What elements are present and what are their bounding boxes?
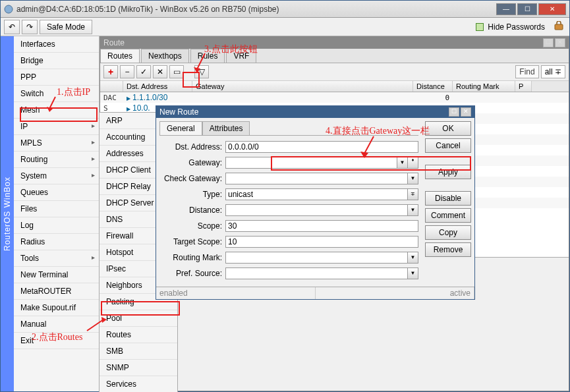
maximize-button[interactable]: ☐ [517,3,537,15]
col-routing-mark[interactable]: Routing Mark [453,81,515,92]
scope-select[interactable]: all ∓ [541,65,565,78]
menu-mpls[interactable]: MPLS [14,135,99,152]
enable-button[interactable]: ✓ [136,65,151,78]
type-dropdown[interactable]: ∓ [408,188,418,200]
add-button[interactable]: + [103,65,118,78]
gateway-input[interactable] [225,157,397,169]
routing-mark-dropdown[interactable]: ▼ [408,252,418,264]
menu-queues[interactable]: Queues [14,184,99,201]
submenu-services[interactable]: Services [100,376,177,392]
menu-metarouter[interactable]: MetaROUTER [14,283,99,300]
back-button[interactable]: ↶ [4,20,20,34]
new-route-maximize[interactable]: ☐ [449,107,459,117]
menu-routing[interactable]: Routing [14,152,99,168]
disable-button2[interactable]: ✕ [153,65,167,78]
tab-general[interactable]: General [159,121,202,135]
tab-vrf[interactable]: VRF [226,49,256,63]
menu-interfaces[interactable]: Interfaces [14,36,99,53]
body: RouterOS WinBox InterfacesBridgePPPSwitc… [1,36,569,391]
submenu-snmp[interactable]: SNMP [100,360,177,376]
minimize-button[interactable]: — [496,3,516,15]
menu-log[interactable]: Log [14,217,99,234]
menu-new-terminal[interactable]: New Terminal [14,267,99,283]
comment-button[interactable]: Comment [425,208,471,223]
menu-system[interactable]: System [14,168,99,184]
hide-passwords-checkbox[interactable] [476,23,484,31]
cancel-button[interactable]: Cancel [425,138,471,153]
find-button[interactable]: Find [515,65,538,78]
label-pref-source: Pref. Source: [159,269,225,278]
menu-mesh[interactable]: Mesh [14,102,99,119]
apply-button[interactable]: Apply [425,165,471,179]
close-button[interactable]: ✕ [538,3,566,15]
main-window: admin@D4:CA:6D:18:05:1D (MikroTik) - Win… [0,0,570,392]
menu-manual[interactable]: Manual [14,316,99,333]
table-row[interactable]: DAC▶1.1.1.0/300 [100,92,569,103]
menu-exit[interactable]: Exit [14,333,99,349]
label-dst-address: Dst. Address: [159,142,225,152]
label-target-scope: Target Scope: [159,237,225,246]
new-route-close[interactable]: ✕ [461,107,471,117]
new-route-titlebar: New Route ☐ ✕ [156,106,474,118]
menu-tools[interactable]: Tools [14,250,99,267]
distance-dropdown[interactable]: ▼ [408,204,418,216]
copy-button[interactable]: Copy [425,225,471,240]
col-gateway[interactable]: Gateway [192,81,413,92]
tab-routes[interactable]: Routes [100,49,140,63]
label-scope: Scope: [159,221,225,231]
filter-button[interactable]: ▽ [194,65,209,78]
menu-make-supout-rif[interactable]: Make Supout.rif [14,300,99,316]
col-p[interactable]: P [515,81,532,92]
submenu-routes[interactable]: Routes [100,327,177,343]
gateway-stepper[interactable]: ♦ [408,157,418,169]
menu-radius[interactable]: Radius [14,234,99,250]
table-header: Dst. Address Gateway Distance Routing Ma… [100,81,569,92]
ok-button[interactable]: OK [425,121,471,136]
hide-passwords-area: Hide Passwords [476,21,566,32]
check-gateway-dropdown[interactable]: ▼ [408,173,418,184]
type-input[interactable] [225,188,408,200]
pref-source-dropdown[interactable]: ▼ [408,267,418,279]
col-dst-address[interactable]: Dst. Address [123,81,192,92]
routes-close[interactable]: ✕ [555,38,565,47]
disable-button[interactable]: Disable [425,191,471,206]
remove-button2[interactable]: − [120,65,134,78]
new-route-tabs: General Attributes [159,121,418,136]
routes-tabs: RoutesNexthopsRulesVRF [100,49,569,63]
menu-ppp[interactable]: PPP [14,69,99,86]
scope-input[interactable] [225,220,418,232]
routes-toolbar: + − ✓ ✕ ▭ ▽ Find all ∓ [100,63,569,81]
app-icon [4,5,13,14]
col-flags[interactable] [100,81,123,92]
new-route-buttons: OKCancelApplyDisableCommentCopyRemove [422,118,474,287]
dst-address-input[interactable] [225,141,418,153]
target-scope-input[interactable] [225,236,418,248]
tab-attributes[interactable]: Attributes [202,121,250,135]
menu-ip[interactable]: IP [14,119,99,135]
routing-mark-input[interactable] [225,252,408,264]
safe-mode-button[interactable]: Safe Mode [40,20,92,34]
new-route-title: New Route [159,107,447,117]
check-gateway-input[interactable] [225,173,408,184]
main-toolbar: ↶ ↷ Safe Mode Hide Passwords [1,18,569,36]
remove-button[interactable]: Remove [425,242,471,257]
titlebar: admin@D4:CA:6D:18:05:1D (MikroTik) - Win… [1,1,569,18]
routes-titlebar: Route ☐ ✕ [100,37,569,49]
svg-point-0 [5,5,13,13]
routes-maximize[interactable]: ☐ [543,38,554,47]
tab-nexthops[interactable]: Nexthops [141,49,189,63]
pref-source-input[interactable] [225,267,408,279]
svg-rect-1 [555,24,563,30]
menu-switch[interactable]: Switch [14,86,99,102]
forward-button[interactable]: ↷ [22,20,38,34]
menu-bridge[interactable]: Bridge [14,53,99,69]
comment-button2[interactable]: ▭ [169,65,184,78]
submenu-pool[interactable]: Pool [100,310,177,327]
col-distance[interactable]: Distance [413,81,453,92]
distance-input[interactable] [225,204,408,216]
submenu-smb[interactable]: SMB [100,343,177,360]
gateway-dropdown[interactable]: ▼ [397,157,408,169]
menu-files[interactable]: Files [14,201,99,217]
tab-rules[interactable]: Rules [190,49,225,63]
label-routing-mark: Routing Mark: [159,253,225,262]
